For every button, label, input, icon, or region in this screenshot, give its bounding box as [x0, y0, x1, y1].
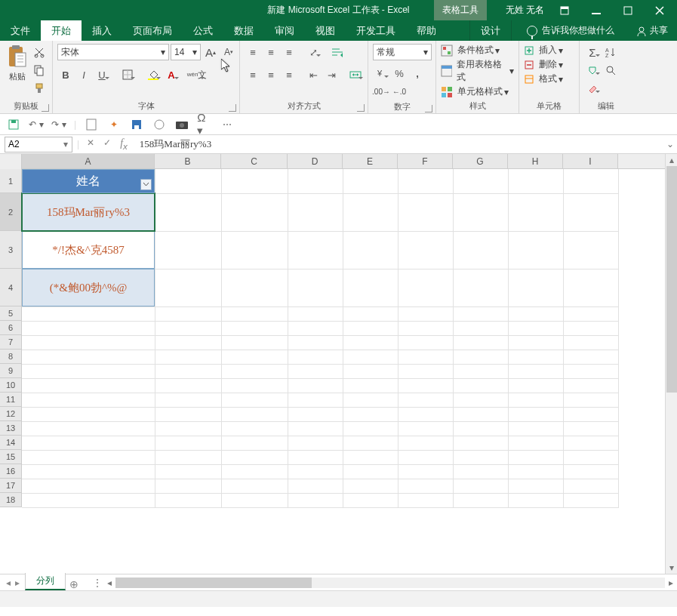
row-header-3[interactable]: 3 [0, 231, 22, 269]
hscroll-grip[interactable]: ⋮ [91, 578, 103, 588]
qat-redo-button[interactable]: ↷ ▾ [51, 117, 66, 132]
number-launcher[interactable] [425, 105, 432, 112]
row-header-4[interactable]: 4 [0, 269, 22, 306]
qat-camera-button[interactable] [174, 117, 189, 132]
copy-button[interactable] [31, 62, 48, 79]
col-header-G[interactable]: G [453, 154, 508, 168]
increase-font-button[interactable]: A▴ [202, 44, 219, 60]
cut-button[interactable] [31, 44, 48, 60]
comma-style-button[interactable]: , [409, 65, 426, 82]
row-header-6[interactable]: 6 [0, 321, 22, 335]
tab-design[interactable]: 设计 [469, 20, 512, 41]
decrease-decimal-button[interactable]: ←.0 [391, 83, 408, 100]
find-select-button[interactable] [602, 62, 619, 79]
tab-insert[interactable]: 插入 [82, 20, 122, 41]
row-header-15[interactable]: 15 [0, 450, 22, 464]
horizontal-scrollbar[interactable]: ⋮ ◂ ▸ [91, 578, 677, 588]
increase-indent-button[interactable]: ⇥ [323, 66, 340, 83]
qat-save-button[interactable] [6, 117, 21, 132]
tab-file[interactable]: 文件 [0, 20, 41, 41]
cell-A1[interactable]: 姓名 [22, 169, 155, 193]
scroll-up-button[interactable]: ▴ [666, 154, 677, 166]
bold-button[interactable]: B [57, 66, 74, 83]
row-header-5[interactable]: 5 [0, 306, 22, 321]
tab-view[interactable]: 视图 [305, 20, 346, 41]
name-box-input[interactable] [5, 139, 58, 149]
col-header-E[interactable]: E [343, 154, 398, 168]
align-middle-button[interactable]: ≡ [263, 44, 279, 60]
row-header-11[interactable]: 11 [0, 393, 22, 407]
percent-button[interactable]: % [391, 65, 408, 82]
row-header-18[interactable]: 18 [0, 493, 22, 507]
insert-cells-button[interactable]: 插入 ▾ [524, 44, 563, 57]
row-header-12[interactable]: 12 [0, 407, 22, 421]
autosum-button[interactable]: Σ [584, 44, 601, 60]
tab-help[interactable]: 帮助 [406, 20, 447, 41]
vscroll-thumb[interactable] [666, 166, 677, 393]
close-icon[interactable] [648, 0, 671, 20]
font-size-combo[interactable]: 14▾ [171, 44, 201, 60]
tab-data[interactable]: 数据 [223, 20, 264, 41]
format-cells-button[interactable]: 格式 ▾ [524, 72, 563, 85]
row-header-14[interactable]: 14 [0, 436, 22, 450]
row-header-8[interactable]: 8 [0, 350, 22, 364]
scroll-down-button[interactable]: ▾ [666, 562, 677, 574]
tab-page-layout[interactable]: 页面布局 [122, 20, 183, 41]
clear-button[interactable] [584, 80, 601, 97]
user-name[interactable]: 无姓 无名 [506, 4, 544, 17]
cell-A4[interactable]: (*&鲍00勃^%@ [22, 269, 155, 306]
align-top-button[interactable]: ≡ [245, 44, 261, 60]
name-box-dropdown[interactable]: ▾ [60, 139, 72, 149]
name-box[interactable]: ▾ [5, 137, 72, 152]
clipboard-launcher[interactable] [42, 104, 49, 112]
filter-button-A[interactable] [140, 179, 152, 190]
phonetic-guide-button[interactable]: wén文 [189, 66, 205, 83]
font-name-combo[interactable]: 宋体▾ [57, 44, 169, 60]
qat-refresh-button[interactable]: ✦ [106, 117, 122, 132]
orientation-button[interactable]: ⤢ [305, 44, 322, 60]
col-header-I[interactable]: I [563, 154, 618, 168]
sheet-nav-prev[interactable]: ◂ [6, 578, 11, 588]
qat-symbol-button[interactable]: Ω ▾ [197, 117, 212, 132]
decrease-indent-button[interactable]: ⇤ [305, 66, 322, 83]
tell-me-search[interactable]: 告诉我你想做什么 [527, 20, 614, 41]
select-all-corner[interactable] [0, 154, 22, 169]
alignment-launcher[interactable] [357, 104, 365, 112]
cancel-formula-button[interactable]: ✕ [87, 137, 94, 151]
row-header-1[interactable]: 1 [0, 169, 22, 193]
formula-input[interactable]: 158玛Mar丽ry%3 [135, 137, 663, 151]
col-header-B[interactable]: B [155, 154, 221, 168]
add-sheet-button[interactable]: ⊕ [66, 578, 82, 590]
tab-formulas[interactable]: 公式 [183, 20, 223, 41]
paste-button[interactable]: 粘贴 [5, 44, 29, 82]
sort-filter-button[interactable]: AZ [602, 44, 619, 60]
conditional-format-button[interactable]: 条件格式 ▾ [441, 44, 500, 57]
sheet-tab-active[interactable]: 分列 [25, 573, 66, 590]
row-header-10[interactable]: 10 [0, 378, 22, 393]
font-launcher[interactable] [229, 104, 236, 112]
hscroll-left[interactable]: ◂ [103, 578, 115, 588]
table-format-button[interactable]: 套用表格格式 ▾ [441, 58, 514, 84]
vertical-scrollbar[interactable]: ▴ ▾ [665, 154, 677, 574]
merge-cells-button[interactable] [347, 66, 364, 83]
qat-more-button[interactable]: ⋯ [220, 117, 235, 132]
share-button[interactable]: 共享 [627, 20, 677, 41]
underline-button[interactable]: U [94, 66, 110, 83]
number-format-combo[interactable]: 常规▾ [373, 44, 432, 60]
row-header-2[interactable]: 2 [0, 193, 22, 231]
border-button[interactable] [119, 66, 136, 83]
align-center-button[interactable]: ≡ [263, 66, 279, 83]
col-header-C[interactable]: C [221, 154, 288, 168]
row-header-16[interactable]: 16 [0, 464, 22, 479]
minimize-icon[interactable] [585, 0, 608, 20]
sheet-nav-next[interactable]: ▸ [15, 578, 20, 588]
qat-save2-button[interactable] [129, 117, 144, 132]
row-header-9[interactable]: 9 [0, 364, 22, 378]
col-header-A[interactable]: A [22, 154, 155, 168]
fill-color-button[interactable] [145, 66, 162, 83]
maximize-icon[interactable] [617, 0, 639, 20]
spreadsheet-grid[interactable]: A B C D E F G H I 1 2 3 4 5 6 7 8 9 10 1… [0, 154, 665, 574]
delete-cells-button[interactable]: 删除 ▾ [524, 58, 563, 71]
row-header-7[interactable]: 7 [0, 335, 22, 350]
tab-developer[interactable]: 开发工具 [346, 20, 406, 41]
